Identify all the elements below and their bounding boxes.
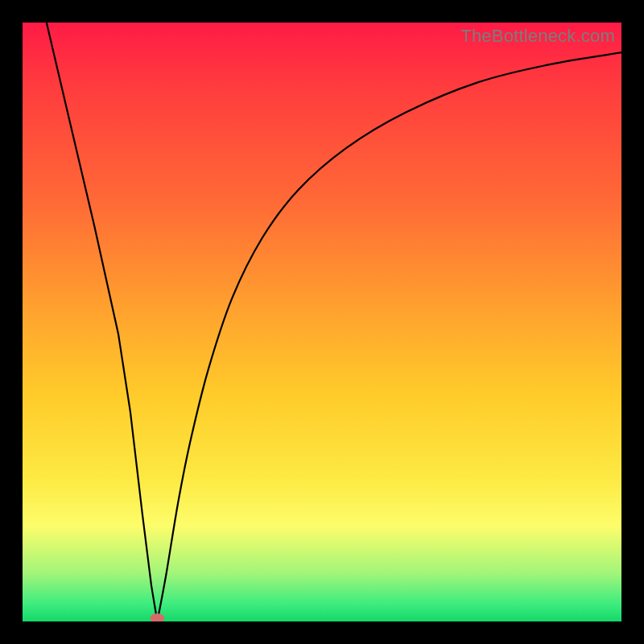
- curve-right-branch: [157, 52, 621, 621]
- chart-container: TheBottleneck.com: [0, 0, 644, 644]
- chart-svg: [23, 23, 621, 621]
- plot-area: TheBottleneck.com: [23, 23, 621, 621]
- curve-left-branch: [47, 23, 158, 621]
- minimum-marker: [150, 613, 164, 621]
